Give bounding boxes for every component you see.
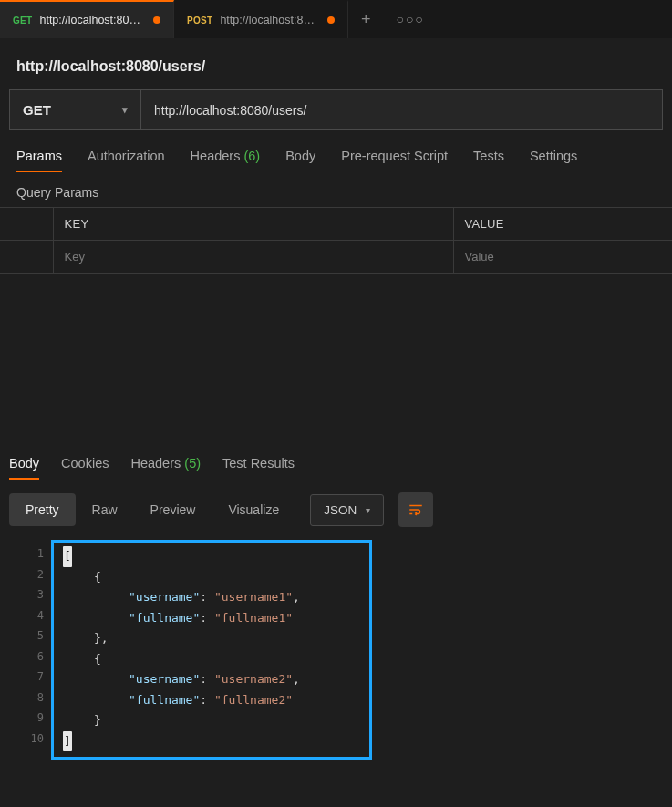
query-params-table: KEY VALUE Key Value: [0, 207, 672, 274]
unsaved-dot-icon: [327, 16, 335, 24]
request-bar: GET ▾: [0, 89, 672, 130]
tab-overflow-button[interactable]: ○○○: [383, 12, 437, 26]
chevron-down-icon: ▾: [122, 104, 128, 116]
response-body-code: [{"username": "username1","fullname": "f…: [51, 540, 372, 760]
tab-method-label: POST: [187, 16, 212, 26]
request-tab[interactable]: GEThttp://localhost:80…: [0, 0, 174, 38]
tab-params[interactable]: Params: [16, 149, 62, 172]
tab-method-label: GET: [13, 16, 32, 26]
query-params-value-input[interactable]: Value: [453, 241, 672, 274]
view-raw-button[interactable]: Raw: [76, 493, 134, 526]
tab-label: http://localhost:80…: [39, 14, 140, 26]
tab-pre-request[interactable]: Pre-request Script: [341, 149, 448, 172]
view-visualize-button[interactable]: Visualize: [212, 493, 295, 526]
query-params-heading: Query Params: [0, 172, 672, 207]
query-params-value-header: VALUE: [453, 208, 672, 241]
request-url-input[interactable]: [141, 89, 663, 130]
resp-tab-body[interactable]: Body: [9, 456, 39, 480]
response-view-controls: Pretty Raw Preview Visualize JSON ▾: [0, 480, 672, 540]
response-body-viewer[interactable]: 12345678910 [{"username": "username1","f…: [0, 540, 672, 760]
chevron-down-icon: ▾: [366, 505, 370, 515]
http-method-value: GET: [23, 102, 51, 118]
view-pretty-button[interactable]: Pretty: [9, 493, 76, 526]
tab-settings[interactable]: Settings: [530, 149, 577, 172]
tab-tests[interactable]: Tests: [473, 149, 504, 172]
response-format-select[interactable]: JSON ▾: [310, 494, 384, 526]
resp-tab-test-results[interactable]: Test Results: [222, 456, 295, 480]
wrap-icon: [408, 502, 424, 518]
tab-body[interactable]: Body: [285, 149, 315, 172]
query-params-key-header: KEY: [53, 208, 453, 241]
request-title: http://localhost:8080/users/: [0, 38, 672, 89]
response-view-group: Pretty Raw Preview Visualize: [9, 493, 295, 526]
tab-authorization[interactable]: Authorization: [88, 149, 165, 172]
request-config-tabs: Params Authorization Headers (6) Body Pr…: [0, 130, 672, 172]
tab-headers[interactable]: Headers (6): [191, 149, 261, 172]
unsaved-dot-icon: [153, 16, 160, 24]
view-preview-button[interactable]: Preview: [134, 493, 212, 526]
query-params-row[interactable]: Key Value: [0, 241, 672, 274]
http-method-select[interactable]: GET ▾: [9, 89, 141, 130]
resp-tab-cookies[interactable]: Cookies: [61, 456, 109, 480]
tab-label: http://localhost:8…: [220, 14, 315, 26]
new-tab-button[interactable]: +: [348, 10, 384, 29]
wrap-lines-button[interactable]: [398, 492, 433, 527]
resp-tab-headers[interactable]: Headers (5): [130, 456, 201, 480]
tab-strip: GEThttp://localhost:80…POSThttp://localh…: [0, 0, 672, 38]
request-tab[interactable]: POSThttp://localhost:8…: [174, 0, 348, 38]
query-params-key-input[interactable]: Key: [53, 241, 453, 274]
query-params-check-header: [0, 208, 53, 241]
response-tabs: Body Cookies Headers (5) Test Results: [0, 456, 672, 480]
